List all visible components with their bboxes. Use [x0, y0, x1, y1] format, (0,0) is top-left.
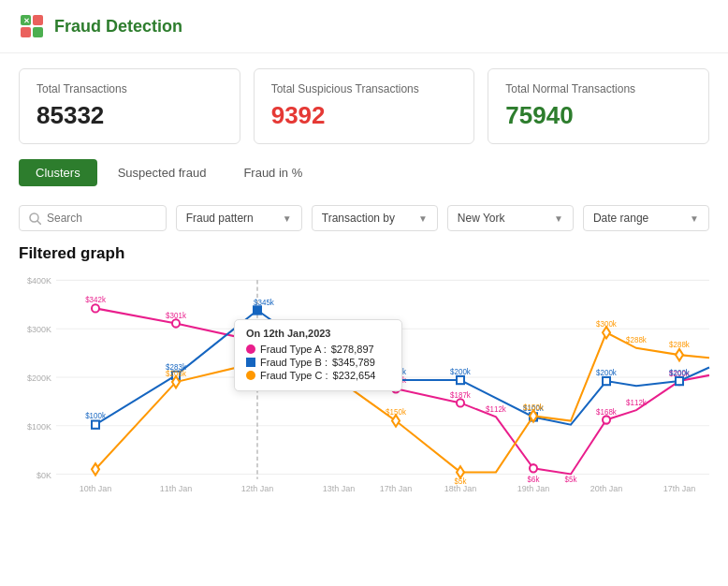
fraud-b-label: Fraud Type B :: [260, 357, 328, 368]
total-normal-label: Total Normal Transactions: [505, 82, 692, 95]
total-transactions-card: Total Transactions 85332: [19, 68, 240, 144]
fraud-a-marker: [92, 304, 99, 312]
total-normal-value: 75940: [505, 101, 692, 130]
tooltip-date: On 12th Jan,2023: [246, 328, 390, 339]
fraud-a-line: [95, 308, 709, 474]
svg-text:$400K: $400K: [27, 276, 51, 286]
total-suspicious-value: 9392: [271, 101, 458, 130]
transaction-by-chevron-icon: ▼: [418, 213, 428, 224]
tab-clusters[interactable]: Clusters: [19, 159, 97, 186]
svg-text:$342k: $342k: [85, 296, 107, 304]
fraud-c-line: [95, 332, 709, 472]
fraud-b-marker: [92, 421, 99, 429]
svg-text:$100k: $100k: [85, 412, 107, 420]
svg-text:$200K: $200K: [27, 374, 51, 383]
fraud-c-marker: [676, 349, 683, 360]
fraud-a-value: $278,897: [331, 344, 374, 355]
svg-text:$300k: $300k: [596, 320, 618, 329]
fraud-detection-logo-icon: ✕: [19, 13, 45, 39]
total-suspicious-label: Total Suspicious Transactions: [271, 82, 458, 95]
svg-text:$300K: $300K: [27, 325, 51, 334]
fraud-a-marker: [457, 399, 464, 406]
fraud-c-value: $232,654: [333, 370, 376, 381]
tabs-row: Clusters Suspected fraud Fraud in %: [0, 159, 728, 198]
chart-container: On 12th Jan,2023 Fraud Type A : $278,897…: [19, 271, 709, 542]
svg-rect-2: [21, 27, 31, 37]
fraud-b-marker: [676, 377, 683, 385]
chart-tooltip: On 12th Jan,2023 Fraud Type A : $278,897…: [234, 319, 402, 391]
fraud-b-marker-active: [254, 306, 261, 314]
svg-text:17th Jan: 17th Jan: [663, 484, 696, 493]
date-range-dropdown[interactable]: Date range ▼: [583, 205, 709, 231]
svg-text:$0K: $0K: [36, 471, 51, 480]
app-title: Fraud Detection: [54, 17, 182, 37]
fraud-a-marker: [172, 319, 180, 327]
svg-text:$150k: $150k: [386, 408, 407, 417]
search-input[interactable]: [47, 212, 156, 225]
transaction-by-dropdown[interactable]: Transaction by ▼: [312, 205, 438, 231]
fraud-b-dot-icon: [246, 358, 255, 367]
svg-text:$200k: $200k: [669, 369, 691, 377]
svg-text:$206k: $206k: [166, 370, 187, 378]
date-range-label: Date range: [593, 212, 648, 225]
fraud-pattern-chevron-icon: ▼: [283, 213, 292, 224]
svg-text:$288k: $288k: [626, 336, 648, 344]
total-suspicious-card: Total Suspicious Transactions 9392: [254, 68, 475, 144]
fraud-b-marker: [457, 376, 464, 384]
chart-section: Filtered graph On 12th Jan,2023 Fraud Ty…: [0, 244, 728, 551]
search-icon: [29, 212, 41, 225]
svg-text:$345k: $345k: [254, 299, 275, 307]
tooltip-fraud-b: Fraud Type B : $345,789: [246, 357, 390, 368]
svg-text:$168k: $168k: [596, 408, 618, 417]
fraud-c-label: Fraud Type C :: [260, 370, 328, 381]
svg-text:$112k: $112k: [486, 405, 507, 414]
svg-text:$150k: $150k: [523, 403, 545, 412]
fraud-pattern-label: Fraud pattern: [186, 212, 254, 225]
tab-suspected-fraud[interactable]: Suspected fraud: [101, 159, 224, 186]
svg-text:$301k: $301k: [166, 312, 187, 320]
line-chart: $400K $300K $200K $100K $0K 10th Jan 11t…: [19, 271, 709, 542]
svg-text:12th Jan: 12th Jan: [241, 484, 274, 493]
total-normal-card: Total Normal Transactions 75940: [488, 68, 709, 144]
date-range-chevron-icon: ▼: [690, 213, 699, 224]
fraud-pattern-dropdown[interactable]: Fraud pattern ▼: [176, 205, 302, 231]
svg-text:10th Jan: 10th Jan: [80, 484, 112, 493]
total-transactions-label: Total Transactions: [36, 82, 223, 95]
stats-row: Total Transactions 85332 Total Suspiciou…: [0, 53, 728, 159]
svg-text:$187k: $187k: [450, 391, 472, 400]
tooltip-fraud-a: Fraud Type A : $278,897: [246, 344, 390, 355]
fraud-a-marker: [530, 464, 537, 472]
svg-text:$6k: $6k: [528, 476, 541, 484]
svg-text:$200k: $200k: [596, 369, 618, 377]
svg-line-6: [37, 221, 41, 225]
location-chevron-icon: ▼: [554, 213, 563, 224]
tab-fraud-in-percent[interactable]: Fraud in %: [226, 159, 319, 186]
tooltip-fraud-c: Fraud Type C : $232,654: [246, 370, 390, 381]
fraud-b-marker: [603, 377, 610, 385]
svg-rect-3: [33, 27, 43, 37]
fraud-a-marker: [603, 416, 610, 423]
svg-text:13th Jan: 13th Jan: [323, 484, 356, 493]
svg-text:$288k: $288k: [669, 341, 691, 349]
svg-text:17th Jan: 17th Jan: [380, 484, 413, 493]
location-label: New York: [458, 212, 505, 225]
fraud-c-dot-icon: [246, 371, 255, 380]
svg-text:$5k: $5k: [565, 476, 578, 484]
svg-text:$5k: $5k: [455, 477, 468, 486]
total-transactions-value: 85332: [36, 101, 223, 130]
filters-row: Fraud pattern ▼ Transaction by ▼ New Yor…: [0, 198, 728, 244]
fraud-b-value: $345,789: [332, 357, 375, 368]
svg-text:11th Jan: 11th Jan: [160, 484, 193, 493]
location-dropdown[interactable]: New York ▼: [447, 205, 574, 231]
svg-text:✕: ✕: [23, 17, 30, 25]
svg-text:19th Jan: 19th Jan: [517, 484, 550, 493]
fraud-a-dot-icon: [246, 344, 255, 354]
search-box[interactable]: [19, 205, 167, 231]
svg-text:$200k: $200k: [450, 368, 472, 376]
chart-title: Filtered graph: [19, 244, 709, 263]
svg-rect-1: [33, 15, 43, 25]
svg-text:20th Jan: 20th Jan: [590, 484, 623, 493]
fraud-a-label: Fraud Type A :: [260, 344, 327, 355]
transaction-by-label: Transaction by: [322, 212, 395, 225]
svg-text:$100K: $100K: [27, 422, 51, 432]
